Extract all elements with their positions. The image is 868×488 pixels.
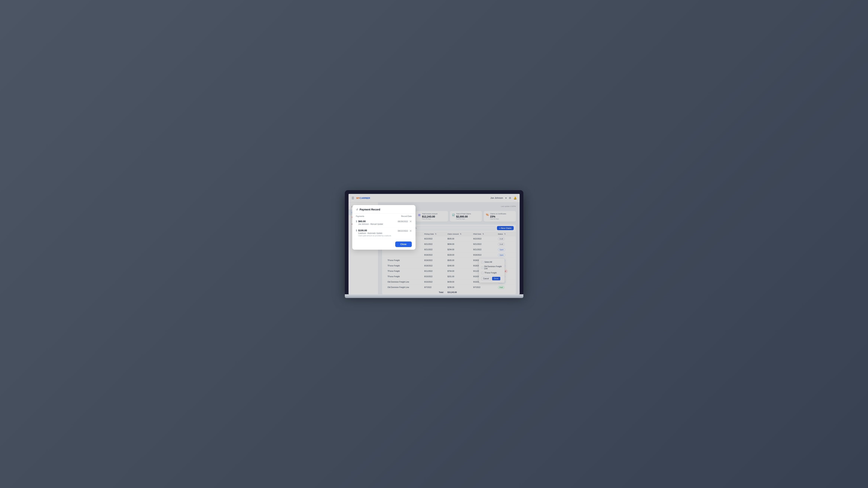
close-modal-button[interactable]: Close xyxy=(395,241,412,247)
payment-info-2: $100.00 Loadsure - Automatic Update Clai… xyxy=(358,229,392,237)
payment-right-1: 08/28/2022 ✕ xyxy=(398,220,411,223)
remove-payment-1-icon[interactable]: ✕ xyxy=(409,220,412,223)
modal-footer: Close xyxy=(352,239,415,250)
dollar-icon-2: $ xyxy=(356,229,357,232)
payment-amount-1: $60.00 xyxy=(358,220,383,223)
keyboard-base xyxy=(345,294,523,298)
payment-source-2: Loadsure - Automatic Update xyxy=(358,232,392,234)
payment-left-1: $ $60.00 Joe Johnson - Manual Update xyxy=(356,220,383,225)
payment-entry-2: $ $100.00 Loadsure - Automatic Update Cl… xyxy=(352,227,415,239)
dollar-icon-1: $ xyxy=(356,220,357,223)
modal-title: Payment Record xyxy=(360,208,380,211)
col-date-label: Record Date xyxy=(401,215,411,217)
payment-info-1: $60.00 Joe Johnson - Manual Update xyxy=(358,220,383,225)
modal-header: ↺ Payment Record xyxy=(352,205,415,214)
col-payments-label: Payments xyxy=(356,215,364,217)
remove-payment-2-icon[interactable]: ✕ xyxy=(409,229,412,232)
payment-date-2: 08/22/2022 xyxy=(398,230,408,232)
payment-amount-2: $100.00 xyxy=(358,229,392,232)
payment-date-1: 08/28/2022 xyxy=(398,220,408,223)
payment-entry-1: $ $60.00 Joe Johnson - Manual Update 08/… xyxy=(352,218,415,227)
payment-source-1: Joe Johnson - Manual Update xyxy=(358,223,383,225)
payment-modal: ↺ Payment Record Payments Record Date $ … xyxy=(352,205,415,250)
payment-left-2: $ $100.00 Loadsure - Automatic Update Cl… xyxy=(356,229,392,237)
history-icon: ↺ xyxy=(356,208,358,211)
modal-columns: Payments Record Date xyxy=(352,214,415,218)
payment-right-2: 08/22/2022 ✕ xyxy=(398,229,411,232)
payment-note-2: Claim paid amount as provided by Loadsur… xyxy=(358,235,392,237)
